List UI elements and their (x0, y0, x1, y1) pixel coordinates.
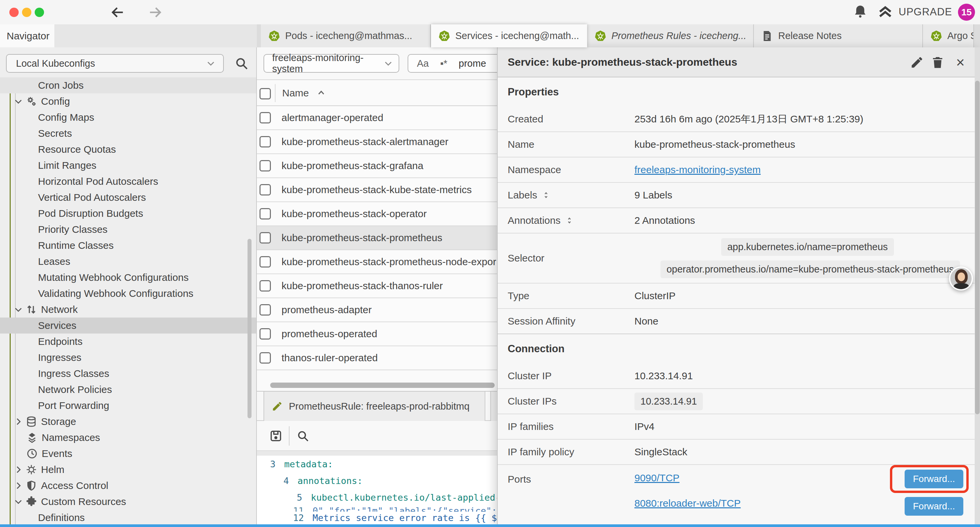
chev-down-icon[interactable] (13, 96, 23, 107)
editor-tab-active[interactable]: PrometheusRule: freeleaps-prod-rabbitmq (264, 392, 485, 421)
tree-item[interactable]: Endpoints (0, 334, 257, 350)
trash-icon[interactable] (931, 56, 945, 69)
tree-item-label: Secrets (38, 128, 72, 139)
sidebar-scrollbar-thumb[interactable] (248, 239, 251, 418)
row-checkbox[interactable] (259, 304, 271, 315)
chev-right-icon[interactable] (13, 465, 23, 474)
tree-item-label: Namespaces (42, 432, 100, 443)
sort-ud-icon[interactable] (565, 216, 574, 225)
forward-button-8080[interactable]: Forward... (905, 497, 963, 516)
drawer-scrollbar-track[interactable] (975, 47, 980, 527)
chev-down-icon (383, 58, 393, 68)
user-avatar[interactable] (949, 266, 973, 291)
sort-ud-icon[interactable] (542, 191, 550, 199)
cluster-tab[interactable]: Prometheus Rules - icecheng... (587, 24, 754, 47)
upgrade-button[interactable]: UPGRADE (877, 3, 952, 21)
notification-count-badge[interactable]: 15 (958, 4, 975, 21)
match-case-toggle[interactable]: Aa (417, 58, 429, 69)
chev-down-icon[interactable] (13, 304, 23, 315)
arrow-right-icon[interactable] (148, 5, 163, 20)
save-icon[interactable] (269, 429, 283, 443)
row-checkbox[interactable] (259, 328, 271, 339)
cluster-tab[interactable]: Services - icecheng@math... × (431, 24, 587, 47)
tree-item[interactable]: Vertical Pod Autoscalers (0, 189, 257, 205)
tree-item[interactable]: Port Forwarding (0, 398, 257, 414)
row-checkbox[interactable] (259, 184, 271, 196)
tree-item[interactable]: Runtime Classes (0, 237, 257, 253)
navigator-panel-tab[interactable]: Navigator (0, 24, 54, 47)
tab-label: Pods - icecheng@mathmas... (285, 30, 412, 41)
tree-item[interactable]: Mutating Webhook Configurations (0, 269, 257, 285)
cluster-tab[interactable]: Pods - icecheng@mathmas... (261, 24, 431, 47)
window-minimize-button[interactable] (22, 8, 31, 17)
tree-item[interactable]: Storage (0, 414, 257, 430)
tree-item[interactable]: Definitions (0, 509, 257, 525)
tree-item[interactable]: Priority Classes (0, 221, 257, 237)
table-horizontal-scrollbar[interactable] (270, 382, 495, 388)
annotations-count[interactable]: 2 Annotations (635, 208, 980, 233)
tree-item[interactable]: Access Control (0, 478, 257, 494)
tree-item[interactable]: Pod Disruption Budgets (0, 205, 257, 221)
tree-item[interactable]: Network (0, 301, 257, 318)
tree-item[interactable]: Events (0, 446, 257, 462)
row-checkbox[interactable] (259, 136, 271, 147)
tree-item[interactable]: Services (0, 318, 257, 334)
tree-item[interactable]: Namespaces (0, 430, 257, 446)
row-checkbox[interactable] (259, 232, 271, 244)
property-label: Ports (498, 465, 635, 521)
line-number: 12 (285, 513, 313, 523)
row-checkbox[interactable] (259, 112, 271, 123)
chev-down-icon[interactable] (13, 497, 23, 507)
tree-item[interactable]: Helm (0, 462, 257, 478)
search-icon[interactable] (234, 56, 249, 71)
namespace-link[interactable]: freeleaps-monitoring-system (635, 164, 760, 175)
pencil-dark-icon[interactable] (910, 56, 924, 69)
close-icon[interactable]: × (953, 56, 967, 69)
bell-icon[interactable] (853, 4, 868, 20)
service-name: kube-prometheus-stack-prometheus (282, 232, 442, 244)
tree-item[interactable]: Ingresses (0, 350, 257, 366)
row-checkbox[interactable] (259, 160, 271, 172)
name-column-header[interactable]: Name (282, 80, 326, 106)
port-link-8080[interactable]: 8080:reloader-web/TCP (635, 498, 741, 509)
select-all-checkbox[interactable] (259, 88, 271, 99)
window-zoom-button[interactable] (35, 8, 44, 17)
arrow-left-icon[interactable] (110, 5, 126, 20)
property-value: None (635, 309, 980, 334)
cluster-tab[interactable]: Argo Se (923, 24, 974, 47)
row-checkbox[interactable] (259, 208, 271, 220)
service-name: kube-prometheus-stack-operator (282, 208, 426, 220)
drawer-scrollbar-thumb[interactable] (975, 81, 980, 414)
tree-item[interactable]: Secrets (0, 126, 257, 142)
tree-item[interactable]: Cron Jobs (0, 77, 257, 93)
window-close-button[interactable] (10, 8, 19, 17)
tree-item-label: Port Forwarding (38, 400, 109, 411)
search-icon[interactable] (296, 429, 310, 443)
tree-item[interactable]: Config Maps (0, 110, 257, 126)
tree-item[interactable]: Custom Resources (0, 494, 257, 509)
chev-right-icon[interactable] (13, 481, 23, 490)
helm-icon (25, 463, 37, 476)
cluster-tab[interactable]: Release Notes (754, 24, 923, 47)
kubeconfig-select[interactable]: Local Kubeconfigs (6, 54, 224, 73)
tree-item[interactable]: Horizontal Pod Autoscalers (0, 174, 257, 189)
namespace-select[interactable]: freeleaps-monitoring-system (264, 54, 399, 73)
forward-button-9090[interactable]: Forward... (905, 470, 963, 488)
tree-item[interactable]: Ingress Classes (0, 366, 257, 382)
tree-item[interactable]: Resource Quotas (0, 142, 257, 158)
row-checkbox[interactable] (259, 280, 271, 291)
tree-item-label: Cron Jobs (38, 80, 84, 91)
labels-count[interactable]: 9 Labels (635, 183, 980, 207)
tree-item-label: Horizontal Pod Autoscalers (38, 176, 158, 187)
service-name: thanos-ruler-operated (282, 352, 378, 363)
tree-item[interactable]: Leases (0, 253, 257, 269)
tree-item[interactable]: Network Policies (0, 382, 257, 398)
row-checkbox[interactable] (259, 256, 271, 267)
tree-item[interactable]: Validating Webhook Configurations (0, 285, 257, 301)
chev-right-icon[interactable] (13, 417, 23, 427)
regex-toggle[interactable]: ▪* (440, 58, 447, 69)
port-link-9090[interactable]: 9090/TCP (635, 472, 679, 483)
row-checkbox[interactable] (259, 352, 271, 363)
tree-item[interactable]: Config (0, 93, 257, 110)
tree-item[interactable]: Limit Ranges (0, 158, 257, 174)
